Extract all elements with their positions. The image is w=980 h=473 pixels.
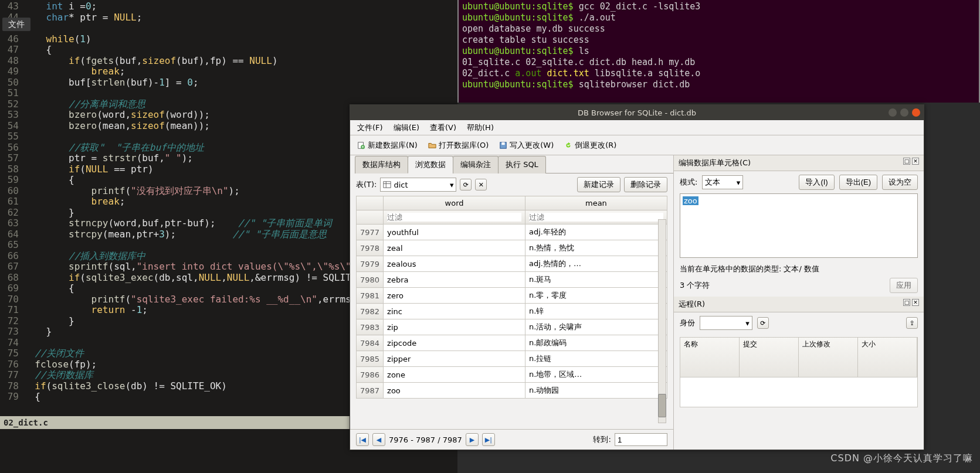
import-button[interactable]: 导入(I) [799,175,834,190]
edit-cell-title: 编辑数据库单元格(C) [679,158,751,168]
cell-type-text: 当前在单元格中的数据的类型: 文本/ 数值 [680,264,918,274]
db-titlebar[interactable]: DB Browser for SQLite - dict.db [350,105,924,120]
nav-first-button[interactable]: |◀ [356,433,369,446]
nav-prev-button[interactable]: ◀ [372,433,385,446]
set-null-button[interactable]: 设为空 [882,175,918,190]
data-table[interactable]: wordmean 7977youthfuladj.年轻的7978zealn.热情… [356,196,667,399]
remote-col-size[interactable]: 大小 [858,338,917,377]
identity-label: 身份 [680,318,695,328]
remote-table[interactable]: 名称 提交 上次修改 大小 [680,337,918,407]
filter-word[interactable] [387,213,521,222]
col-word[interactable]: word [384,196,525,210]
cell-editor[interactable]: zoo [680,193,918,258]
table-select[interactable]: dict ▾ [380,178,456,192]
panel-undock-icon[interactable]: □ [903,299,910,306]
identity-select[interactable]: ▾ [700,316,752,330]
line-number-gutter: 4344454647484950515253545556575859606162… [0,0,22,403]
db-tab-bar: 数据库结构 浏览数据 编辑杂注 执行 SQL [355,155,673,173]
table-row[interactable]: 7982zincn.锌 [357,304,667,319]
table-label: 表(T): [356,179,377,190]
tab-pragmas[interactable]: 编辑杂注 [453,156,499,173]
minimize-icon[interactable] [889,108,897,117]
scrollbar-track[interactable] [658,219,666,423]
table-row[interactable]: 7986zonen.地带，区域… [357,367,667,383]
remote-title: 远程(R) [679,299,705,309]
table-row[interactable]: 7977youthfuladj.年轻的 [357,224,667,240]
table-row[interactable]: 7979zealousadj.热情的，… [357,256,667,272]
svg-rect-4 [384,182,391,188]
table-row[interactable]: 7980zebran.斑马 [357,272,667,288]
record-navigation: |◀ ◀ 7976 - 7987 / 7987 ▶ ▶| 转到: [350,429,673,450]
char-count: 3 个字符 [680,280,710,291]
mode-label: 模式: [680,177,697,188]
table-row[interactable]: 7987zoon.动物园 [357,383,667,399]
tab-browse-data[interactable]: 浏览数据 [408,156,453,173]
goto-input[interactable] [615,433,667,446]
code-area[interactable]: int i =0; char* ptr = NULL; while(1) { i… [23,1,396,403]
delete-record-button[interactable]: 删除记录 [624,177,667,192]
table-row[interactable]: 7983zipn.活动，尖啸声 [357,319,667,335]
revert-changes-button[interactable]: 倒退更改(R) [564,140,616,151]
menu-file[interactable]: 文件(F) [357,122,383,133]
export-button[interactable]: 导出(E) [839,175,877,190]
col-mean[interactable]: mean [525,196,667,210]
csdn-watermark: CSDN @小徐今天认真学习了嘛 [830,452,973,465]
panel-close-icon[interactable]: ✕ [912,158,919,165]
remote-push-button[interactable]: ⇪ [906,317,918,329]
remote-refresh-button[interactable]: ⟳ [757,317,769,329]
remote-col-name[interactable]: 名称 [680,338,740,377]
panel-undock-icon[interactable]: □ [903,158,910,165]
cell-value: zoo [683,196,698,205]
terminal-pane[interactable]: ubuntu@ubuntu:sqlite$ gcc 02_dict.c -lsq… [457,0,980,103]
apply-button[interactable]: 应用 [890,278,918,293]
panel-close-icon[interactable]: ✕ [912,299,919,306]
mode-select[interactable]: 文本▾ [702,175,743,189]
db-left-panel: 数据库结构 浏览数据 编辑杂注 执行 SQL 表(T): dict ▾ ⟳ ✕ … [350,155,674,450]
remote-col-commit[interactable]: 提交 [740,338,799,377]
table-row[interactable]: 7984zipcoden.邮政编码 [357,335,667,351]
chevron-down-icon: ▾ [737,178,741,187]
table-row[interactable]: 7981zeron.零，零度 [357,288,667,304]
tab-execute-sql[interactable]: 执行 SQL [498,156,546,173]
file-tab-button[interactable]: 文件 [2,18,30,31]
scrollbar-thumb[interactable] [658,394,666,417]
close-icon[interactable] [912,108,920,117]
db-toolbar: 新建数据库(N) 打开数据库(O) 写入更改(W) 倒退更改(R) [350,135,924,155]
remote-col-modified[interactable]: 上次修改 [799,338,858,377]
filter-mean[interactable] [529,213,663,222]
table-row[interactable]: 7978zealn.热情，热忱 [357,240,667,256]
menu-help[interactable]: 帮助(H) [467,122,494,133]
chevron-down-icon: ▾ [745,319,750,328]
db-right-panel: 编辑数据库单元格(C) □✕ 模式: 文本▾ 导入(I) 导出(E) 设为空 z… [674,155,924,450]
nav-last-button[interactable]: ▶| [482,433,495,446]
menu-view[interactable]: 查看(V) [430,122,456,133]
new-record-button[interactable]: 新建记录 [577,177,620,192]
write-changes-button[interactable]: 写入更改(W) [499,140,554,151]
window-controls [889,108,920,117]
db-browser-window: DB Browser for SQLite - dict.db 文件(F) 编辑… [350,104,924,450]
new-database-button[interactable]: 新建数据库(N) [357,140,418,151]
svg-rect-3 [502,142,505,144]
db-window-title: DB Browser for SQLite - dict.db [578,108,696,117]
maximize-icon[interactable] [900,108,908,117]
clear-filter-button[interactable]: ✕ [475,179,487,190]
nav-range: 7976 - 7987 / 7987 [389,435,462,444]
goto-label: 转到: [593,434,611,445]
open-database-button[interactable]: 打开数据库(O) [428,140,489,151]
nav-next-button[interactable]: ▶ [466,433,479,446]
table-row[interactable]: 7985zippern.拉链 [357,351,667,367]
menu-edit[interactable]: 编辑(E) [394,122,419,133]
remote-table-body [680,377,917,407]
refresh-button[interactable]: ⟳ [460,179,472,190]
chevron-down-icon: ▾ [450,181,454,189]
db-menubar: 文件(F) 编辑(E) 查看(V) 帮助(H) [350,120,924,135]
tab-structure[interactable]: 数据库结构 [355,156,408,173]
